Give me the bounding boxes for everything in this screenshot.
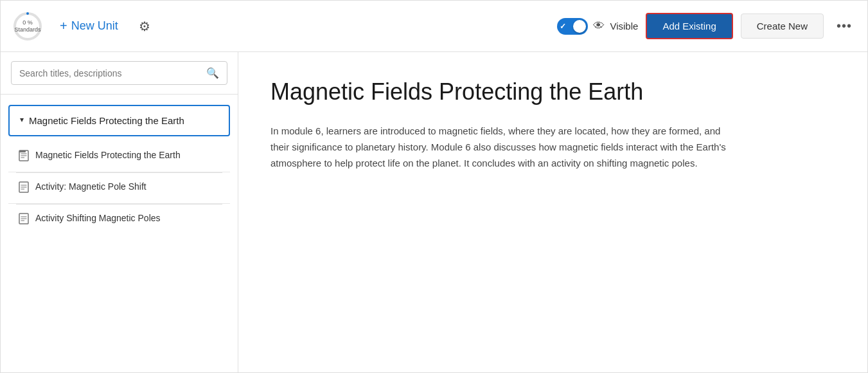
search-input[interactable]	[19, 68, 201, 78]
main-content: 🔍 ▾ Magnetic Fields Protecting the Earth	[1, 52, 867, 372]
toggle-thumb	[573, 20, 586, 33]
gear-button[interactable]: ⚙	[134, 14, 155, 39]
list-item[interactable]: Activity Shifting Magnetic Poles	[8, 205, 230, 235]
sub-item-title: Activity Shifting Magnetic Poles	[35, 212, 161, 225]
sidebar: 🔍 ▾ Magnetic Fields Protecting the Earth	[1, 52, 238, 372]
sub-items-list: Magnetic Fields Protecting the Earth	[1, 141, 238, 235]
app-container: 0 % Standards + New Unit ⚙ ✓	[0, 0, 868, 373]
content-title: Magnetic Fields Protecting the Earth	[270, 78, 835, 105]
content-description: In module 6, learners are introduced to …	[270, 123, 733, 171]
unit-chevron-icon: ▾	[20, 115, 24, 124]
eye-icon: 👁	[593, 19, 605, 33]
document-icon	[19, 213, 29, 227]
create-new-button[interactable]: Create New	[741, 14, 824, 39]
document-icon	[19, 150, 29, 164]
visible-label: Visible	[610, 21, 638, 32]
new-unit-label: New Unit	[71, 19, 118, 33]
new-unit-button[interactable]: + New Unit	[57, 14, 121, 39]
search-container: 🔍	[1, 52, 238, 95]
unit-title: Magnetic Fields Protecting the Earth	[29, 114, 184, 127]
search-box: 🔍	[11, 61, 227, 85]
content-panel: Magnetic Fields Protecting the Earth In …	[238, 52, 867, 372]
add-existing-label: Add Existing	[662, 21, 716, 32]
top-toolbar: 0 % Standards + New Unit ⚙ ✓	[1, 1, 867, 52]
toggle-container: ✓ 👁 Visible	[557, 18, 638, 35]
document-icon	[19, 181, 29, 196]
standards-text: 0 % Standards	[14, 19, 40, 33]
add-existing-button[interactable]: Add Existing	[646, 13, 732, 39]
toolbar-left: 0 % Standards + New Unit ⚙	[11, 10, 155, 43]
standards-circle[interactable]: 0 % Standards	[11, 10, 44, 43]
sidebar-scroll[interactable]: ▾ Magnetic Fields Protecting the Earth	[1, 95, 238, 372]
more-options-button[interactable]: •••	[831, 14, 857, 39]
gear-icon: ⚙	[139, 19, 150, 33]
sub-item-title: Magnetic Fields Protecting the Earth	[35, 149, 181, 162]
standards-label: Standards	[14, 26, 40, 33]
unit-item[interactable]: ▾ Magnetic Fields Protecting the Earth	[8, 105, 230, 136]
list-item[interactable]: Magnetic Fields Protecting the Earth	[8, 141, 230, 172]
toggle-check-icon: ✓	[560, 22, 566, 31]
more-icon: •••	[837, 19, 852, 33]
sub-item-title: Activity: Magnetic Pole Shift	[35, 181, 146, 194]
standards-percent: 0 %	[14, 19, 40, 26]
create-new-label: Create New	[757, 21, 808, 32]
visible-toggle[interactable]: ✓	[557, 18, 588, 35]
plus-icon: +	[60, 19, 67, 33]
toggle-track: ✓	[557, 18, 588, 35]
toolbar-right: ✓ 👁 Visible Add Existing Create New •••	[557, 13, 857, 39]
search-icon: 🔍	[206, 67, 219, 79]
list-item[interactable]: Activity: Magnetic Pole Shift	[8, 173, 230, 204]
